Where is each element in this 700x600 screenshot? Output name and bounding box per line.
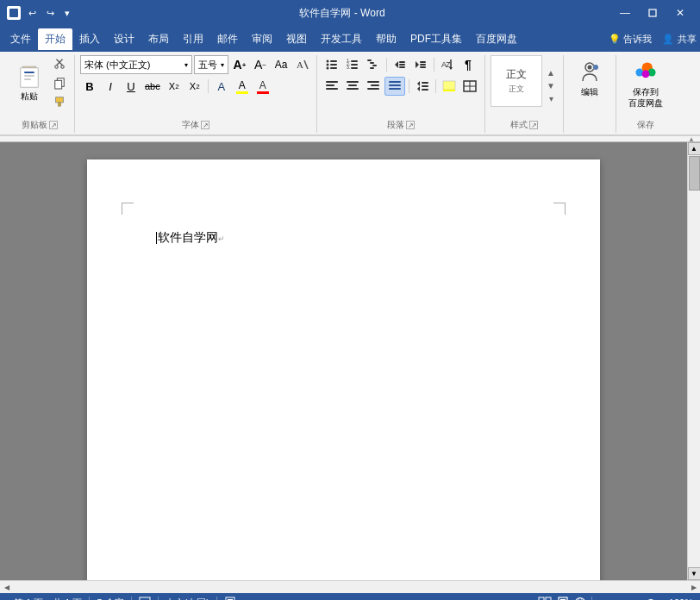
sort-btn[interactable]: A Z: [438, 55, 457, 74]
minimize-btn[interactable]: —: [612, 0, 638, 26]
scroll-up-btn[interactable]: ▲: [688, 142, 701, 155]
format-painter-btn[interactable]: [50, 93, 69, 110]
menu-file[interactable]: 文件: [3, 28, 38, 50]
change-case-btn[interactable]: Aa: [272, 55, 291, 74]
h-scroll-track[interactable]: [13, 581, 687, 594]
borders-btn[interactable]: [460, 77, 479, 96]
italic-btn[interactable]: I: [101, 77, 120, 96]
font-expand[interactable]: ↗: [201, 121, 209, 129]
menu-layout[interactable]: 布局: [141, 28, 176, 50]
doc-scroll[interactable]: 软件自学网↵: [0, 142, 687, 580]
redo-btn[interactable]: ↪: [44, 6, 57, 21]
align-left-btn[interactable]: [322, 77, 341, 96]
justify-btn[interactable]: [384, 77, 405, 96]
menu-baidu[interactable]: 百度网盘: [469, 28, 524, 50]
scroll-right-btn[interactable]: ▶: [687, 581, 700, 594]
svg-rect-62: [443, 81, 455, 90]
share-btn[interactable]: 共享: [678, 33, 697, 46]
bold-btn[interactable]: B: [80, 77, 99, 96]
paste-btn[interactable]: 粘贴: [10, 55, 48, 110]
close-btn[interactable]: ✕: [667, 0, 693, 26]
qat-dropdown[interactable]: ▾: [62, 6, 72, 21]
status-layout-icon[interactable]: [217, 597, 243, 600]
status-language[interactable]: 中文(中国): [159, 597, 216, 601]
styles-expand[interactable]: ↗: [529, 121, 538, 129]
shading-btn[interactable]: [440, 77, 459, 96]
doc-page[interactable]: 软件自学网↵: [87, 159, 600, 580]
strikethrough-btn[interactable]: abc: [142, 77, 163, 96]
highlight-btn[interactable]: A: [233, 77, 252, 96]
svg-line-16: [304, 60, 308, 69]
increase-font-btn[interactable]: A+: [230, 55, 249, 74]
show-marks-btn[interactable]: ¶: [459, 55, 478, 74]
svg-marker-33: [395, 61, 398, 68]
menu-references[interactable]: 引用: [176, 28, 210, 50]
cut-btn[interactable]: [50, 55, 69, 72]
print-view-btn[interactable]: [555, 595, 571, 600]
menu-pdf[interactable]: PDF工具集: [403, 28, 469, 50]
style-normal-item[interactable]: 正文 正文: [491, 55, 542, 107]
underline-btn[interactable]: U: [122, 77, 141, 96]
font-size-select[interactable]: 五号 ▾: [194, 55, 228, 74]
multilevel-btn[interactable]: [364, 55, 383, 74]
scroll-track[interactable]: [688, 155, 701, 567]
menu-insert[interactable]: 插入: [72, 28, 107, 50]
bullets-btn[interactable]: [322, 55, 341, 74]
copy-btn[interactable]: [50, 74, 69, 91]
menu-view[interactable]: 视图: [279, 28, 314, 50]
restore-btn[interactable]: [640, 0, 666, 26]
svg-rect-53: [367, 88, 379, 90]
status-sep-5: [591, 597, 592, 600]
web-view-btn[interactable]: [572, 595, 588, 600]
main-area: 软件自学网↵ ▲ ▼: [0, 142, 700, 580]
status-page[interactable]: 第 1 页，共 1 页: [7, 597, 89, 601]
decrease-indent-btn[interactable]: [391, 55, 409, 74]
style-expand[interactable]: ▾: [549, 94, 553, 103]
svg-rect-54: [389, 81, 401, 83]
font-color-btn[interactable]: A: [253, 77, 272, 96]
save-cloud-btn[interactable]: 保存到 百度网盘: [622, 55, 670, 112]
menu-home[interactable]: 开始: [38, 28, 72, 50]
text-effect-btn[interactable]: A: [212, 77, 231, 96]
menu-help[interactable]: 帮助: [369, 28, 403, 50]
paragraph-mark: ↵: [218, 234, 225, 243]
clear-format-btn[interactable]: A: [292, 55, 311, 74]
edit-btn[interactable]: 编辑: [569, 55, 610, 102]
font-name-select[interactable]: 宋体 (中文正文) ▾: [80, 55, 192, 74]
svg-rect-5: [24, 75, 34, 77]
decrease-font-btn[interactable]: A−: [251, 55, 270, 74]
status-proofing[interactable]: a: [132, 597, 158, 600]
align-right-btn[interactable]: [364, 77, 383, 96]
web-view-icon: [574, 597, 586, 600]
read-view-btn[interactable]: [536, 595, 553, 600]
scroll-thumb[interactable]: [689, 156, 700, 191]
line-spacing-btn[interactable]: [413, 77, 432, 96]
svg-rect-60: [422, 85, 428, 87]
text-effect-icon: A: [217, 80, 225, 93]
para-expand[interactable]: ↗: [406, 121, 415, 129]
tell-me-btn[interactable]: 💡告诉我: [609, 33, 652, 46]
undo-btn[interactable]: ↩: [26, 6, 39, 21]
superscript-btn[interactable]: X2: [185, 77, 204, 96]
clipboard-expand[interactable]: ↗: [49, 121, 58, 129]
subscript-btn[interactable]: X2: [165, 77, 184, 96]
user-icon[interactable]: 👤: [662, 34, 674, 45]
svg-rect-40: [420, 66, 426, 68]
numbering-btn[interactable]: 1. 2. 3.: [343, 55, 362, 74]
menu-devtools[interactable]: 开发工具: [314, 28, 369, 50]
align-center-btn[interactable]: [343, 77, 362, 96]
style-scroll-up[interactable]: ▲: [547, 68, 555, 78]
font-label: 字体 ↗: [178, 117, 213, 133]
corner-tr: [553, 203, 566, 215]
increase-indent-btn[interactable]: [411, 55, 430, 74]
svg-rect-36: [399, 66, 405, 68]
paste-icon: [16, 63, 43, 91]
scroll-left-btn[interactable]: ◀: [0, 581, 13, 594]
status-words[interactable]: 5 个字: [90, 597, 130, 601]
doc-content[interactable]: 软件自学网↵: [156, 228, 531, 247]
style-scroll-down[interactable]: ▼: [547, 81, 555, 91]
menu-design[interactable]: 设计: [107, 28, 141, 50]
menu-review[interactable]: 审阅: [245, 28, 279, 50]
menu-mail[interactable]: 邮件: [210, 28, 245, 50]
scroll-down-btn[interactable]: ▼: [688, 567, 701, 580]
